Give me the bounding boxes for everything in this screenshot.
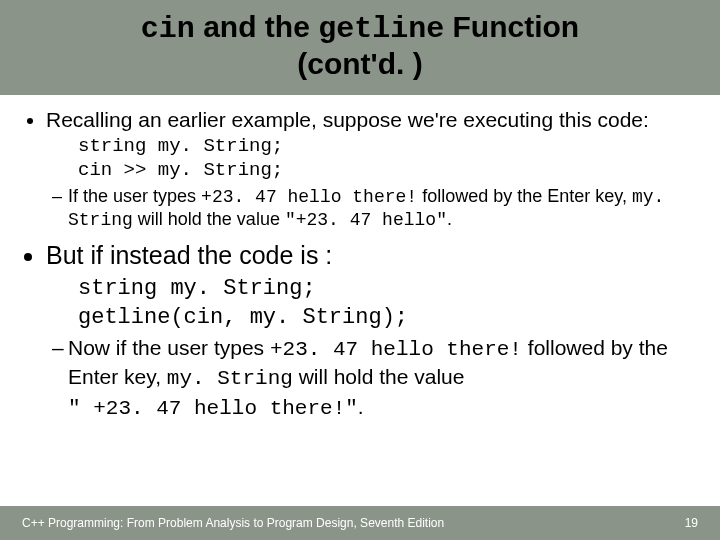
title-band: cin and the getline Function (cont'd. ) — [0, 0, 720, 95]
sub-bullet-2: Now if the user types +23. 47 hello ther… — [52, 334, 698, 422]
footer: C++ Programming: From Problem Analysis t… — [0, 506, 720, 540]
title-text-post: Function — [444, 10, 579, 43]
title-code-getline: getline — [318, 12, 444, 46]
text: If the user types — [68, 186, 201, 206]
slide: cin and the getline Function (cont'd. ) … — [0, 0, 720, 540]
sub-bullet-1: If the user types +23. 47 hello there! f… — [52, 185, 698, 232]
text: . — [358, 395, 364, 418]
slide-subtitle: (cont'd. ) — [0, 47, 720, 82]
value-literal: "+23. 47 hello" — [285, 210, 447, 230]
text: will hold the value — [133, 209, 285, 229]
title-code-cin: cin — [141, 12, 195, 46]
bullet-2: But if instead the code is : — [46, 240, 698, 271]
footer-source: C++ Programming: From Problem Analysis t… — [22, 516, 444, 530]
title-text-mid: and the — [195, 10, 318, 43]
value-literal: " +23. 47 hello there!" — [68, 397, 358, 420]
text: followed by the Enter key, — [417, 186, 632, 206]
content-area: Recalling an earlier example, suppose we… — [0, 95, 720, 422]
bullet-1: Recalling an earlier example, suppose we… — [46, 107, 698, 133]
bullet-list: Recalling an earlier example, suppose we… — [22, 107, 698, 133]
sub-bullet-list-2: Now if the user types +23. 47 hello ther… — [22, 334, 698, 422]
sub-bullet-list-1: If the user types +23. 47 hello there! f… — [22, 185, 698, 232]
code-line: string my. String; — [78, 275, 698, 304]
slide-title: cin and the getline Function — [0, 10, 720, 47]
code-line: string my. String; — [78, 135, 698, 159]
bullet-list: But if instead the code is : — [22, 240, 698, 271]
text: Now if the user types — [68, 336, 270, 359]
code-line: getline(cin, my. String); — [78, 304, 698, 333]
code-block-1: string my. String; cin >> my. String; — [78, 135, 698, 183]
text: . — [447, 209, 452, 229]
page-number: 19 — [685, 516, 698, 530]
code-block-2: string my. String; getline(cin, my. Stri… — [78, 275, 698, 332]
typed-input: +23. 47 hello there! — [201, 187, 417, 207]
typed-input: +23. 47 hello there! — [270, 338, 522, 361]
var-name: my. String — [167, 367, 293, 390]
code-line: cin >> my. String; — [78, 159, 698, 183]
text: will hold the value — [293, 365, 465, 388]
